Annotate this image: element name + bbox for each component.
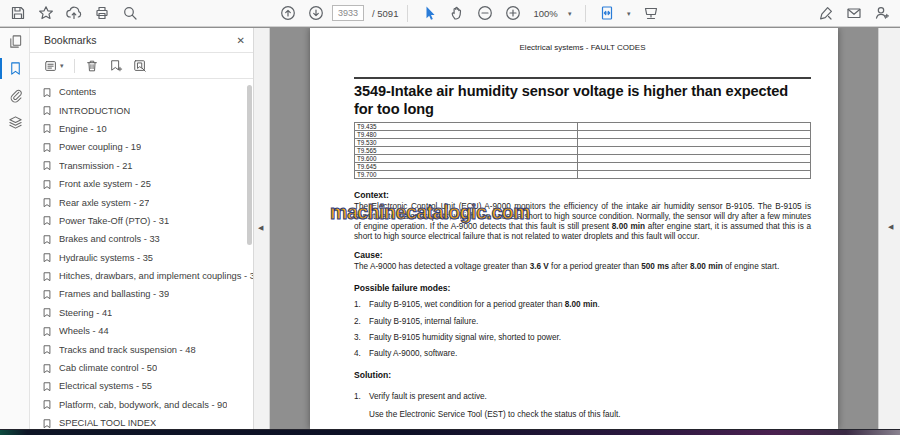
bookmark-item[interactable]: Front axle system - 25 <box>30 175 253 193</box>
bookmark-item-label: Hydraulic systems - 35 <box>59 253 153 263</box>
model-cell: T9.600 <box>355 155 578 163</box>
bookmark-item[interactable]: Electrical systems - 55 <box>30 377 253 395</box>
panel-toolbar-divider <box>74 59 75 73</box>
bookmark-item[interactable]: Transmission - 21 <box>30 157 253 175</box>
page-thumbnails-tab[interactable] <box>0 28 30 55</box>
failure-mode-item: 1.Faulty B-9105, wet condition for a per… <box>354 300 811 309</box>
bookmark-icon <box>42 344 52 355</box>
zoom-out-button[interactable] <box>473 1 497 25</box>
attachments-tab[interactable] <box>0 82 30 109</box>
person-add-icon <box>874 5 890 21</box>
context-label: Context: <box>354 190 811 200</box>
page-number-input[interactable] <box>332 5 364 21</box>
bookmark-item[interactable]: Brakes and controls - 33 <box>30 230 253 248</box>
tools-collapse-strip: ◀ <box>878 28 900 429</box>
hand-tool-button[interactable] <box>445 1 469 25</box>
bookmark-item-label: Power coupling - 19 <box>59 142 141 152</box>
page-view-dropdown-button[interactable]: ▾ <box>623 1 635 25</box>
chevron-down-icon: ▾ <box>627 10 631 17</box>
previous-page-button[interactable] <box>276 1 300 25</box>
reading-mode-button[interactable] <box>639 1 663 25</box>
bookmark-icon <box>42 234 52 245</box>
zoom-dropdown-button[interactable]: ▾ <box>564 1 576 25</box>
select-tool-button[interactable] <box>417 1 441 25</box>
bookmark-icon <box>42 197 52 208</box>
bookmark-icon <box>42 326 52 337</box>
options-icon <box>44 59 58 73</box>
bookmark-item[interactable]: Frames and ballasting - 39 <box>30 285 253 303</box>
empty-cell <box>578 139 811 147</box>
bookmark-item[interactable]: INTRODUCTION <box>30 101 253 119</box>
bookmarks-tab[interactable] <box>0 55 30 82</box>
empty-cell <box>578 163 811 171</box>
cause-label: Cause: <box>354 250 811 260</box>
toolbar-divider <box>407 5 408 22</box>
close-panel-button[interactable]: ✕ <box>237 35 245 46</box>
save-icon <box>10 5 26 21</box>
zoom-level-value: 100% <box>533 8 557 19</box>
bookmark-icon <box>42 271 52 282</box>
print-button[interactable] <box>90 1 114 25</box>
plus-circle-icon <box>505 5 521 21</box>
bookmark-item[interactable]: Hitches, drawbars, and implement couplin… <box>30 267 253 285</box>
bookmark-item[interactable]: Contents <box>30 83 253 101</box>
bookmark-item[interactable]: Engine - 10 <box>30 120 253 138</box>
solution-step: 1.Verify fault is present and active. <box>354 392 811 401</box>
bookmark-icon <box>42 381 52 392</box>
zoom-in-button[interactable] <box>501 1 525 25</box>
bookmark-item[interactable]: Cab climate control - 50 <box>30 359 253 377</box>
fill-sign-button[interactable] <box>814 1 838 25</box>
bookmark-item[interactable]: Hydraulic systems - 35 <box>30 249 253 267</box>
send-mail-button[interactable] <box>842 1 866 25</box>
running-header: Electrical systems - FAULT CODES <box>354 43 811 52</box>
layers-tab[interactable] <box>0 109 30 136</box>
next-page-button[interactable] <box>304 1 328 25</box>
find-current-bookmark-button[interactable] <box>133 59 147 73</box>
star-button[interactable] <box>34 1 58 25</box>
bookmark-options-button[interactable]: ▾ <box>44 59 64 73</box>
bookmarks-toolbar: ▾ <box>30 53 253 79</box>
page-view-button[interactable] <box>595 1 619 25</box>
minus-circle-icon <box>477 5 493 21</box>
document-area[interactable]: Electrical systems - FAULT CODES 3549-In… <box>270 28 878 429</box>
bookmark-item[interactable]: Power coupling - 19 <box>30 138 253 156</box>
empty-cell <box>578 131 811 139</box>
model-cell: T9.700 <box>355 171 578 179</box>
bookmark-item[interactable]: Steering - 41 <box>30 304 253 322</box>
bookmark-icon <box>42 123 52 134</box>
expand-tools-button[interactable]: ◀ <box>886 221 895 233</box>
arrow-up-circle-icon <box>280 5 296 21</box>
panel-scrollbar[interactable] <box>247 85 252 245</box>
fault-code-title: 3549-Intake air humidity sensor voltage … <box>354 83 811 118</box>
bookmark-item[interactable]: Wheels - 44 <box>30 322 253 340</box>
failure-mode-item: 3.Faulty B-9105 humidity signal wire, sh… <box>354 333 811 342</box>
bookmark-item-label: Transmission - 21 <box>59 161 133 171</box>
star-icon <box>38 5 54 21</box>
upload-cloud-button[interactable] <box>62 1 86 25</box>
bookmark-item[interactable]: Rear axle system - 27 <box>30 193 253 211</box>
failure-modes-label: Possible failure modes: <box>354 283 811 293</box>
new-bookmark-button[interactable] <box>109 59 123 73</box>
panel-title: Bookmarks <box>44 34 237 46</box>
bookmark-item[interactable]: Tracks and track suspension - 48 <box>30 340 253 358</box>
bookmark-icon <box>42 307 52 318</box>
bookmark-icon <box>42 142 52 153</box>
panel-collapse-strip: ◀ <box>254 28 270 429</box>
cause-paragraph: The A-9000 has detected a voltage greate… <box>354 262 811 272</box>
bookmark-item-label: Electrical systems - 55 <box>59 381 152 391</box>
share-people-button[interactable] <box>870 1 894 25</box>
search-button[interactable] <box>118 1 142 25</box>
bookmark-item[interactable]: Power Take-Off (PTO) - 31 <box>30 212 253 230</box>
bookmark-item[interactable]: Platform, cab, bodywork, and decals - 90 <box>30 396 253 414</box>
save-button[interactable] <box>6 1 30 25</box>
layers-icon <box>8 115 23 130</box>
collapse-panel-button[interactable]: ◀ <box>256 222 265 234</box>
bookmark-item-label: Frames and ballasting - 39 <box>59 289 169 299</box>
page-fit-icon <box>599 5 615 21</box>
empty-cell <box>578 147 811 155</box>
cursor-arrow-icon <box>421 5 437 21</box>
toolbar-divider <box>585 5 586 22</box>
delete-bookmark-button[interactable] <box>85 59 99 73</box>
failure-modes-list: 1.Faulty B-9105, wet condition for a per… <box>354 300 811 358</box>
model-cell: T9.565 <box>355 147 578 155</box>
